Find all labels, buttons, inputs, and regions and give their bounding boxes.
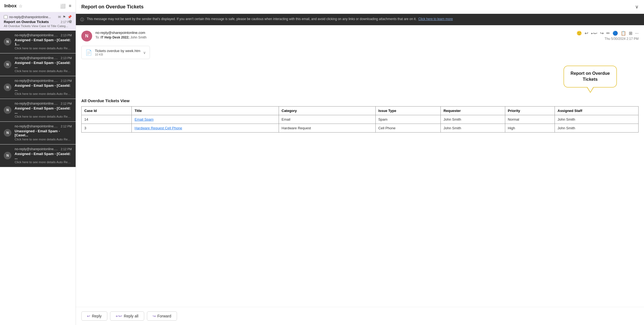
email-subject: Assigned - Email Spam - [CaseId: 1... xyxy=(15,38,72,46)
window-icon[interactable]: ⬜ xyxy=(60,4,66,9)
cell-title: Email Spam xyxy=(132,115,279,124)
cell-caseid: 14 xyxy=(82,115,132,124)
email-item-content: no-reply@sharepointonline.com 2:12 PM As… xyxy=(15,147,72,164)
cell-assignedstaff: John Smith xyxy=(555,115,639,124)
collapse-icon[interactable]: ∨ xyxy=(635,4,639,10)
email-item-content: no-reply@sharepointonline.com 2:13 PM As… xyxy=(15,79,72,95)
pin-icon[interactable]: 📌 xyxy=(67,15,72,19)
star-icon[interactable]: ☆ xyxy=(19,4,22,9)
cell-issuetype: Cell Phone xyxy=(375,124,441,132)
email-time: 2:12 PM xyxy=(61,102,72,105)
email-preview: Click here to see more details Auto Repl… xyxy=(15,47,72,50)
forward-icon[interactable]: ↪ xyxy=(600,31,604,36)
table-row: 14 Email Spam Email Spam John Smith Norm… xyxy=(82,115,639,124)
reply-button-label: Reply xyxy=(92,314,102,318)
email-header: no-reply@sharepointonline.com 2:12 PM xyxy=(15,124,72,128)
email-sender: no-reply@sharepointonline.com xyxy=(15,147,59,151)
table-header-title: Title xyxy=(132,106,279,115)
list-item[interactable]: N no-reply@sharepointonline.com 2:13 PM … xyxy=(0,76,76,99)
warning-banner: ⓘ This message may not be sent by the se… xyxy=(76,14,644,25)
more-icon[interactable]: ··· xyxy=(635,31,639,36)
email-subject: Assigned - Email Spam - [CaseId: ... xyxy=(15,106,72,114)
cell-requester: John Smith xyxy=(441,115,505,124)
inbox-title: Inbox xyxy=(4,3,17,9)
avatar: N xyxy=(4,83,11,91)
delete-icon[interactable]: 🗑 xyxy=(69,19,72,24)
email-toolbar: 🙂 ↩ ↩↩ ↪ ✏ 🔵 📋 ⊞ ··· xyxy=(577,31,639,36)
email-detail-panel: Report on Overdue Tickets ∨ ⓘ This messa… xyxy=(76,0,644,325)
list-item[interactable]: N no-reply@sharepointonline.com 2:12 PM … xyxy=(0,99,76,122)
flag-icon[interactable]: ⚑ xyxy=(63,15,66,19)
print-icon[interactable]: 📋 xyxy=(621,31,626,36)
cell-issuetype: Spam xyxy=(375,115,441,124)
email-header: no-reply@sharepointonline.com 2:13 PM xyxy=(15,56,72,60)
tickets-table: Case Id Title Category Issue Type Reques… xyxy=(81,106,639,133)
email-time: 2:12 PM xyxy=(61,125,72,128)
email-preview: Click here to see more details Auto Repl… xyxy=(15,160,72,164)
email-item-selected[interactable]: no-reply@sharepointonline... ✉ ⚑ 📌 Repor… xyxy=(0,12,76,31)
reply-all-button[interactable]: ↩↩ Reply all xyxy=(110,311,144,321)
email-header: no-reply@sharepointonline.com 2:13 PM xyxy=(15,33,72,37)
teams-icon[interactable]: 🔵 xyxy=(613,31,618,36)
menu-icon[interactable]: ≡ xyxy=(69,4,71,8)
email-footer: ↩ Reply ↩↩ Reply all ↪ Forward xyxy=(76,307,644,325)
cell-priority: High xyxy=(505,124,555,132)
email-detail-header: Report on Overdue Tickets ∨ xyxy=(76,0,644,14)
reply-button[interactable]: ↩ Reply xyxy=(81,311,107,321)
email-time: 2:13 PM xyxy=(61,34,72,37)
speech-bubble-wrapper: Report on OverdueTickets xyxy=(81,66,639,88)
email-from-info: no-reply@sharepointonline.com To: IT Hel… xyxy=(95,31,147,39)
list-item[interactable]: N no-reply@sharepointonline.com 2:12 PM … xyxy=(0,122,76,144)
hardware-request-link[interactable]: Hardware Request Cell Phone xyxy=(134,126,182,130)
cell-caseid: 3 xyxy=(82,124,132,132)
email-sender: no-reply@sharepointonline.com xyxy=(15,124,59,128)
grid-icon[interactable]: ⊞ xyxy=(629,31,632,36)
email-selected-subject-row: Report on Overdue Tickets 2:17 PM 🗑 xyxy=(4,20,72,24)
attachment-box[interactable]: 📄 Tickets overdue by week.htm 10 KB ∨ xyxy=(81,46,150,59)
email-sender: no-reply@sharepointonline.com xyxy=(15,56,59,60)
reply-icon[interactable]: ↩ xyxy=(585,31,588,36)
email-body-area: N no-reply@sharepointonline.com To: IT H… xyxy=(76,25,644,307)
email-date: Thu 5/30/2024 2:17 PM xyxy=(605,37,639,41)
cell-title: Hardware Request Cell Phone xyxy=(132,124,279,132)
reply-all-icon[interactable]: ↩↩ xyxy=(591,31,597,36)
learn-more-link[interactable]: Click here to learn more xyxy=(418,17,453,21)
email-header: no-reply@sharepointonline.com 2:12 PM xyxy=(15,147,72,151)
forward-button[interactable]: ↪ Forward xyxy=(147,311,177,321)
edit-icon[interactable]: ✏ xyxy=(606,31,610,36)
email-item-content: no-reply@sharepointonline.com 2:13 PM As… xyxy=(15,33,72,50)
table-row: 3 Hardware Request Cell Phone Hardware R… xyxy=(82,124,639,132)
list-item[interactable]: N no-reply@sharepointonline.com 2:13 PM … xyxy=(0,53,76,76)
reply-all-button-label: Reply all xyxy=(124,314,139,318)
info-icon: ⓘ xyxy=(80,17,84,22)
email-action-icons: ✉ ⚑ 📌 xyxy=(58,15,72,19)
email-from-section: N no-reply@sharepointonline.com To: IT H… xyxy=(81,31,147,41)
table-header-requester: Requester xyxy=(441,106,505,115)
email-checkbox[interactable] xyxy=(4,15,8,19)
list-item[interactable]: N no-reply@sharepointonline.com 2:12 PM … xyxy=(0,144,76,167)
attachment-name: Tickets overdue by week.htm xyxy=(95,49,140,53)
cell-category: Hardware Request xyxy=(279,124,375,132)
email-preview: Click here to see more details Auto Repl… xyxy=(15,138,72,141)
email-from-address: no-reply@sharepointonline.com xyxy=(95,31,147,35)
email-spam-link[interactable]: Email Spam xyxy=(134,117,153,121)
email-sender: no-reply@sharepointonline.com xyxy=(15,79,59,83)
attachment-chevron-icon[interactable]: ∨ xyxy=(143,50,146,55)
email-toolbar-right: 🙂 ↩ ↩↩ ↪ ✏ 🔵 📋 ⊞ ··· Thu 5/30/2024 2:17 … xyxy=(577,31,639,41)
table-header-issuetype: Issue Type xyxy=(375,106,441,115)
reply-all-button-icon: ↩↩ xyxy=(116,314,122,318)
email-sender: no-reply@sharepointonline.com xyxy=(15,33,59,37)
avatar: N xyxy=(4,129,11,137)
list-item[interactable]: N no-reply@sharepointonline.com 2:13 PM … xyxy=(0,31,76,53)
avatar: N xyxy=(4,152,11,159)
email-item-content: no-reply@sharepointonline.com 2:12 PM As… xyxy=(15,102,72,118)
emoji-icon[interactable]: 🙂 xyxy=(577,31,582,36)
sender-avatar: N xyxy=(81,31,92,41)
email-preview: All Overdue Tickets View Case Id Title C… xyxy=(4,24,72,28)
to-value: IT Help Desk 2022; xyxy=(101,36,129,39)
cell-requester: John Smith xyxy=(441,124,505,132)
email-list: no-reply@sharepointonline... ✉ ⚑ 📌 Repor… xyxy=(0,12,76,325)
envelope-icon[interactable]: ✉ xyxy=(58,15,61,19)
email-sender: no-reply@sharepointonline.com xyxy=(15,102,59,105)
email-subject: Assigned - Email Spam - [CaseId: ... xyxy=(15,61,72,69)
